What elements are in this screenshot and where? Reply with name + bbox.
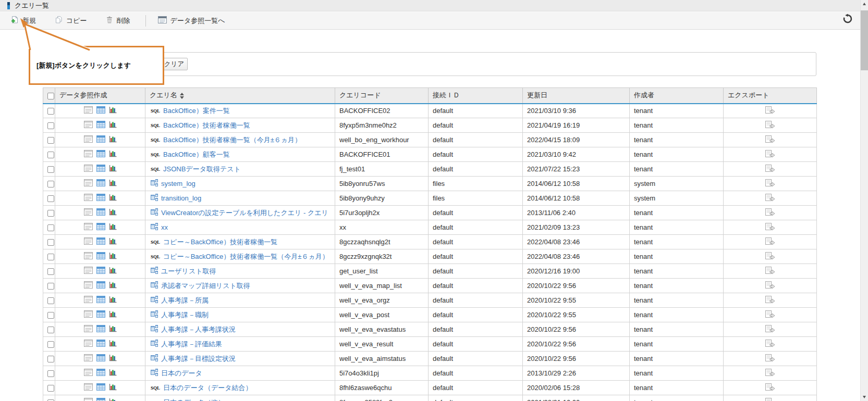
row-checkbox[interactable] <box>47 312 54 319</box>
query-name-link[interactable]: 日本のデータ（データ結合） <box>163 383 252 393</box>
query-name-link[interactable]: 人事考課－所属 <box>161 296 209 305</box>
list-view-icon[interactable] <box>84 121 93 130</box>
export-icon[interactable] <box>765 224 775 232</box>
table-view-icon[interactable] <box>96 369 105 378</box>
export-icon[interactable] <box>765 385 775 393</box>
row-checkbox[interactable] <box>47 166 54 173</box>
row-checkbox[interactable] <box>47 152 54 158</box>
export-icon[interactable] <box>765 181 775 189</box>
vertical-scrollbar[interactable] <box>860 0 868 401</box>
table-view-icon[interactable] <box>96 208 105 217</box>
query-name-link[interactable]: 承認者マップ詳細リスト取得 <box>161 281 250 291</box>
list-view-icon[interactable] <box>84 165 93 173</box>
list-view-icon[interactable] <box>84 267 93 275</box>
query-name-link[interactable]: 人事考課－職制 <box>161 310 209 320</box>
export-icon[interactable] <box>765 312 775 320</box>
table-view-icon[interactable] <box>96 223 105 232</box>
list-view-icon[interactable] <box>84 150 93 159</box>
chart-view-icon[interactable] <box>109 237 117 246</box>
chart-view-icon[interactable] <box>109 252 117 261</box>
scroll-up-arrow-icon[interactable] <box>861 0 868 8</box>
export-icon[interactable] <box>765 152 775 159</box>
table-view-icon[interactable] <box>96 150 105 159</box>
list-view-icon[interactable] <box>84 179 93 188</box>
row-checkbox[interactable] <box>47 239 54 246</box>
list-view-icon[interactable] <box>84 340 93 348</box>
chart-view-icon[interactable] <box>109 398 117 401</box>
table-view-icon[interactable] <box>96 296 105 305</box>
export-icon[interactable] <box>765 122 775 130</box>
export-icon[interactable] <box>765 356 775 364</box>
table-view-icon[interactable] <box>96 325 105 334</box>
row-checkbox[interactable] <box>47 254 54 260</box>
chart-view-icon[interactable] <box>109 296 117 305</box>
query-name-link[interactable]: ユーザリスト取得 <box>161 267 216 276</box>
row-checkbox[interactable] <box>47 297 54 304</box>
list-view-icon[interactable] <box>84 106 93 115</box>
export-icon[interactable] <box>765 210 775 218</box>
select-all-checkbox[interactable] <box>47 93 54 99</box>
chart-view-icon[interactable] <box>109 121 117 130</box>
query-name-link[interactable]: BackOffice）顧客一覧 <box>163 150 230 159</box>
chart-view-icon[interactable] <box>109 310 117 319</box>
data-ref-list-button[interactable]: データ参照一覧へ <box>153 14 230 28</box>
query-name-link[interactable]: BackOffice）技術者稼働一覧 <box>163 121 250 130</box>
list-view-icon[interactable] <box>84 325 93 334</box>
export-icon[interactable] <box>765 108 775 116</box>
chart-view-icon[interactable] <box>109 369 117 378</box>
list-view-icon[interactable] <box>84 135 93 144</box>
list-view-icon[interactable] <box>84 354 93 363</box>
column-header-query-name[interactable]: クエリ名 <box>145 88 335 104</box>
table-view-icon[interactable] <box>96 340 105 348</box>
table-view-icon[interactable] <box>96 310 105 319</box>
row-checkbox[interactable] <box>47 210 54 217</box>
export-icon[interactable] <box>765 137 775 145</box>
row-checkbox[interactable] <box>47 195 54 202</box>
list-view-icon[interactable] <box>84 296 93 305</box>
export-icon[interactable] <box>765 370 775 378</box>
export-icon[interactable] <box>765 283 775 291</box>
chart-view-icon[interactable] <box>109 106 117 115</box>
chart-view-icon[interactable] <box>109 165 117 173</box>
row-checkbox[interactable] <box>47 224 54 231</box>
scrollbar-thumb[interactable] <box>861 10 868 70</box>
row-checkbox[interactable] <box>47 137 54 144</box>
chart-view-icon[interactable] <box>109 354 117 363</box>
table-view-icon[interactable] <box>96 121 105 130</box>
list-view-icon[interactable] <box>84 252 93 261</box>
table-view-icon[interactable] <box>96 194 105 203</box>
query-name-link[interactable]: system_log <box>161 180 195 187</box>
chart-view-icon[interactable] <box>109 150 117 159</box>
chart-view-icon[interactable] <box>109 340 117 348</box>
table-view-icon[interactable] <box>96 383 105 392</box>
table-view-icon[interactable] <box>96 398 105 401</box>
chart-view-icon[interactable] <box>109 383 117 392</box>
export-icon[interactable] <box>765 297 775 305</box>
query-name-link[interactable]: コピー～BackOffice）技術者稼働一覧 <box>163 237 277 247</box>
list-view-icon[interactable] <box>84 310 93 319</box>
row-checkbox[interactable] <box>47 108 54 115</box>
new-button[interactable]: 新規 <box>6 14 41 28</box>
query-name-link[interactable]: BackOffice）案件一覧 <box>163 106 230 116</box>
row-checkbox[interactable] <box>47 370 54 377</box>
export-icon[interactable] <box>765 268 775 276</box>
chart-view-icon[interactable] <box>109 223 117 232</box>
query-name-link[interactable]: 日本のデータ（改） <box>163 398 225 401</box>
row-checkbox[interactable] <box>47 268 54 275</box>
chart-view-icon[interactable] <box>109 208 117 217</box>
export-icon[interactable] <box>765 166 775 174</box>
query-name-link[interactable]: 人事考課－人事考課状況 <box>161 325 236 334</box>
query-name-link[interactable]: 人事考課－評価結果 <box>161 340 222 349</box>
list-view-icon[interactable] <box>84 398 93 401</box>
table-view-icon[interactable] <box>96 281 105 290</box>
row-checkbox[interactable] <box>47 122 54 129</box>
list-view-icon[interactable] <box>84 208 93 217</box>
delete-button[interactable]: 削除 <box>101 14 135 28</box>
copy-button[interactable]: コピー <box>50 14 92 28</box>
list-view-icon[interactable] <box>84 194 93 203</box>
table-view-icon[interactable] <box>96 135 105 144</box>
chart-view-icon[interactable] <box>109 281 117 290</box>
export-icon[interactable] <box>765 254 775 261</box>
export-icon[interactable] <box>765 239 775 247</box>
row-checkbox[interactable] <box>47 341 54 348</box>
